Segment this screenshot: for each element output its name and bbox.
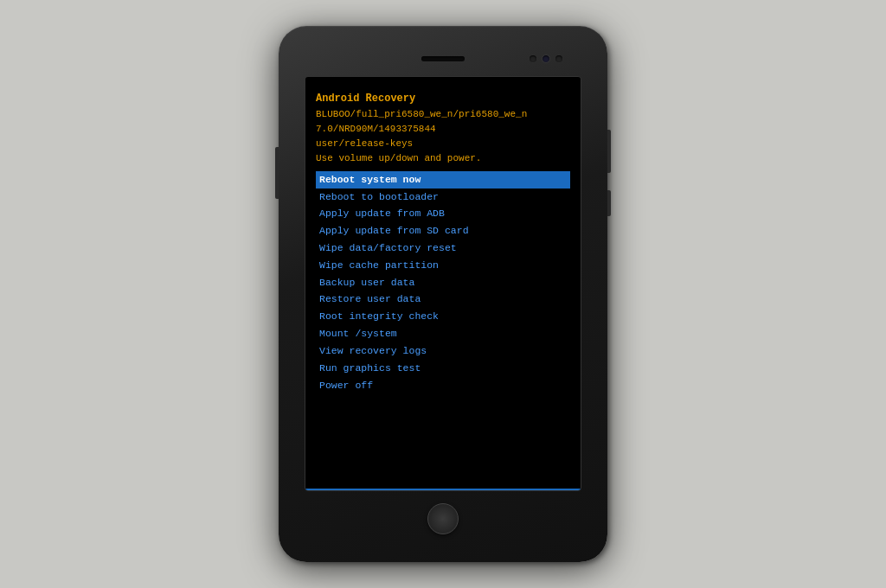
recovery-header: Android Recovery BLUBOO/full_pri6580_we_… xyxy=(316,91,570,166)
recovery-line3: user/release-keys xyxy=(316,137,570,151)
phone-bottom-area xyxy=(279,503,607,534)
menu-item-2[interactable]: Apply update from ADB xyxy=(316,205,570,222)
volume-up-button[interactable] xyxy=(275,147,279,199)
menu-item-12[interactable]: Power off xyxy=(316,377,570,394)
menu-item-8[interactable]: Root integrity check xyxy=(316,308,570,325)
home-button[interactable] xyxy=(427,503,459,534)
screen-content: Android Recovery BLUBOO/full_pri6580_we_… xyxy=(305,77,581,490)
menu-item-9[interactable]: Mount /system xyxy=(316,325,570,342)
menu-item-1[interactable]: Reboot to bootloader xyxy=(316,189,570,206)
menu-item-6[interactable]: Backup user data xyxy=(316,274,570,291)
menu-item-0[interactable]: Reboot system now xyxy=(316,171,570,189)
menu-item-10[interactable]: View recovery logs xyxy=(316,342,570,360)
phone-top-bar xyxy=(279,50,607,67)
menu-item-11[interactable]: Run graphics test xyxy=(316,360,570,377)
menu-item-7[interactable]: Restore user data xyxy=(316,291,570,308)
recovery-line2: 7.0/NRD90M/1493375844 xyxy=(316,122,570,137)
phone-device: Android Recovery BLUBOO/full_pri6580_we_… xyxy=(279,26,607,562)
menu-item-4[interactable]: Wipe data/factory reset xyxy=(316,240,570,257)
recovery-line1: BLUBOO/full_pri6580_we_n/pri6580_we_n xyxy=(316,107,570,122)
power-button[interactable] xyxy=(607,130,611,173)
recovery-line4: Use volume up/down and power. xyxy=(316,151,570,166)
phone-screen: Android Recovery BLUBOO/full_pri6580_we_… xyxy=(305,76,581,491)
sensor-dot-1 xyxy=(530,55,536,62)
bottom-accent-line xyxy=(305,489,581,490)
recovery-menu: Reboot system nowReboot to bootloaderApp… xyxy=(316,171,570,394)
sensor-dot-2 xyxy=(555,55,562,62)
camera-lens xyxy=(542,54,550,63)
menu-item-3[interactable]: Apply update from SD card xyxy=(316,222,570,240)
volume-down-button[interactable] xyxy=(607,190,611,216)
menu-item-5[interactable]: Wipe cache partition xyxy=(316,257,570,274)
camera-sensors xyxy=(530,54,562,63)
recovery-title: Android Recovery xyxy=(316,91,570,107)
speaker-slot xyxy=(421,56,465,61)
